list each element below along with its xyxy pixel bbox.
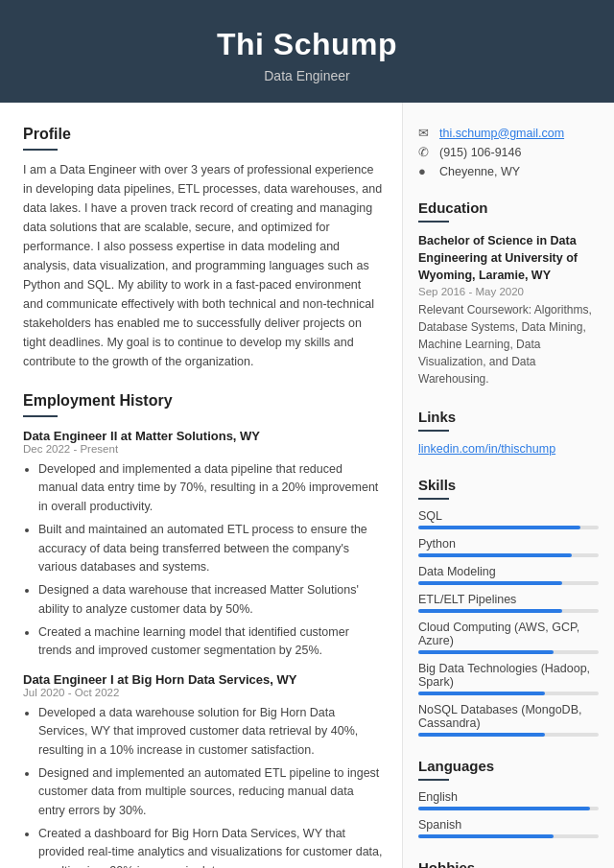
- skill-bar-fill-6: [418, 733, 545, 737]
- education-title: Education: [418, 199, 599, 216]
- education-divider: [418, 221, 449, 223]
- lang-bar-bg-1: [418, 834, 599, 838]
- job-1: Data Engineer II at Matter Solutions, WY…: [23, 429, 383, 661]
- contact-phone: ✆ (915) 106-9146: [418, 145, 599, 159]
- lang-bar-bg-0: [418, 807, 599, 810]
- skill-name-2: Data Modeling: [418, 565, 599, 578]
- skill-bar-fill-2: [418, 581, 562, 585]
- skill-item-5: Big Data Technologies (Hadoop, Spark): [418, 662, 599, 695]
- edu-degree: Bachelor of Science in Data Engineering …: [418, 232, 599, 284]
- location-text: Cheyenne, WY: [439, 165, 520, 178]
- skill-bar-fill-5: [418, 692, 545, 695]
- phone-text: (915) 106-9146: [439, 146, 521, 159]
- skill-bar-fill-1: [418, 553, 572, 557]
- right-column: ✉ thi.schump@gmail.com ✆ (915) 106-9146 …: [403, 103, 614, 868]
- job-2-date: Jul 2020 - Oct 2022: [23, 687, 383, 698]
- links-title: Links: [418, 409, 599, 425]
- hobbies-title: Hobbies: [418, 859, 599, 868]
- skill-name-5: Big Data Technologies (Hadoop, Spark): [418, 662, 599, 689]
- job-1-date: Dec 2022 - Present: [23, 443, 383, 455]
- skills-divider: [418, 498, 449, 500]
- candidate-title: Data Engineer: [19, 68, 595, 83]
- education-section: Education Bachelor of Science in Data En…: [418, 199, 599, 387]
- links-section: Links linkedin.com/in/thischump: [418, 409, 599, 456]
- edu-dates: Sep 2016 - May 2020: [418, 286, 599, 297]
- job-1-bullet-1: Developed and implemented a data pipelin…: [38, 460, 383, 516]
- employment-divider: [23, 415, 58, 417]
- languages-divider: [418, 779, 449, 781]
- skill-item-6: NoSQL Databases (MongoDB, Cassandra): [418, 703, 599, 737]
- lang-item-0: English: [418, 790, 599, 810]
- skill-bar-bg-1: [418, 553, 599, 557]
- skill-item-1: Python: [418, 537, 599, 557]
- profile-text: I am a Data Engineer with over 3 years o…: [23, 160, 383, 371]
- skill-item-0: SQL: [418, 509, 599, 529]
- skill-bar-bg-3: [418, 609, 599, 613]
- job-2-bullet-1: Developed a data warehouse solution for …: [38, 704, 383, 760]
- profile-title: Profile: [23, 126, 383, 143]
- profile-section: Profile I am a Data Engineer with over 3…: [23, 126, 383, 371]
- left-column: Profile I am a Data Engineer with over 3…: [0, 103, 403, 868]
- languages-section: Languages English Spanish: [418, 758, 599, 838]
- skill-name-1: Python: [418, 537, 599, 551]
- contact-email: ✉ thi.schump@gmail.com: [418, 126, 599, 140]
- job-1-bullet-3: Designed a data warehouse that increased…: [38, 581, 383, 619]
- skill-bar-bg-6: [418, 733, 599, 737]
- lang-bar-fill-0: [418, 807, 590, 810]
- skill-bar-fill-0: [418, 526, 580, 529]
- skill-name-0: SQL: [418, 509, 599, 523]
- skills-section: Skills SQL Python Data Modeling ETL/ELT …: [418, 477, 599, 737]
- lang-name-0: English: [418, 790, 599, 804]
- skill-bar-bg-4: [418, 650, 599, 654]
- job-2-bullet-2: Designed and implemented an automated ET…: [38, 764, 383, 820]
- links-divider: [418, 430, 449, 432]
- skill-bar-bg-5: [418, 692, 599, 695]
- skill-item-4: Cloud Computing (AWS, GCP, Azure): [418, 621, 599, 654]
- candidate-name: Thi Schump: [19, 27, 595, 62]
- body: Profile I am a Data Engineer with over 3…: [0, 103, 614, 868]
- job-1-bullet-2: Built and maintained an automated ETL pr…: [38, 521, 383, 576]
- phone-icon: ✆: [418, 145, 434, 159]
- employment-section: Employment History Data Engineer II at M…: [23, 392, 383, 868]
- skill-bar-bg-2: [418, 581, 599, 585]
- job-2-title: Data Engineer I at Big Horn Data Service…: [23, 672, 383, 687]
- email-icon: ✉: [418, 126, 434, 140]
- skills-title: Skills: [418, 477, 599, 493]
- languages-list: English Spanish: [418, 790, 599, 838]
- header: Thi Schump Data Engineer: [0, 0, 614, 103]
- email-link[interactable]: thi.schump@gmail.com: [439, 127, 564, 140]
- resume-page: Thi Schump Data Engineer Profile I am a …: [0, 0, 614, 868]
- job-2-bullets: Developed a data warehouse solution for …: [23, 704, 383, 868]
- skill-name-4: Cloud Computing (AWS, GCP, Azure): [418, 621, 599, 647]
- lang-item-1: Spanish: [418, 818, 599, 838]
- job-1-bullet-4: Created a machine learning model that id…: [38, 623, 383, 661]
- languages-title: Languages: [418, 758, 599, 774]
- linkedin-link[interactable]: linkedin.com/in/thischump: [418, 442, 555, 456]
- job-1-title: Data Engineer II at Matter Solutions, WY: [23, 429, 383, 443]
- skill-name-3: ETL/ELT Pipelines: [418, 593, 599, 606]
- lang-name-1: Spanish: [418, 818, 599, 832]
- skill-name-6: NoSQL Databases (MongoDB, Cassandra): [418, 703, 599, 730]
- location-icon: ●: [418, 164, 434, 178]
- edu-coursework: Relevant Coursework: Algorithms, Databas…: [418, 301, 599, 387]
- skill-bar-fill-3: [418, 609, 562, 613]
- skills-list: SQL Python Data Modeling ETL/ELT Pipelin…: [418, 509, 599, 737]
- employment-title: Employment History: [23, 392, 383, 410]
- skill-bar-bg-0: [418, 526, 599, 529]
- lang-bar-fill-1: [418, 834, 554, 838]
- profile-divider: [23, 149, 58, 151]
- skill-item-3: ETL/ELT Pipelines: [418, 593, 599, 613]
- contact-section: ✉ thi.schump@gmail.com ✆ (915) 106-9146 …: [418, 126, 599, 178]
- hobbies-section: Hobbies: [418, 859, 599, 868]
- skill-bar-fill-4: [418, 650, 554, 654]
- contact-location: ● Cheyenne, WY: [418, 164, 599, 178]
- job-2-bullet-3: Created a dashboard for Big Horn Data Se…: [38, 825, 383, 868]
- skill-item-2: Data Modeling: [418, 565, 599, 585]
- job-1-bullets: Developed and implemented a data pipelin…: [23, 460, 383, 661]
- job-2: Data Engineer I at Big Horn Data Service…: [23, 672, 383, 868]
